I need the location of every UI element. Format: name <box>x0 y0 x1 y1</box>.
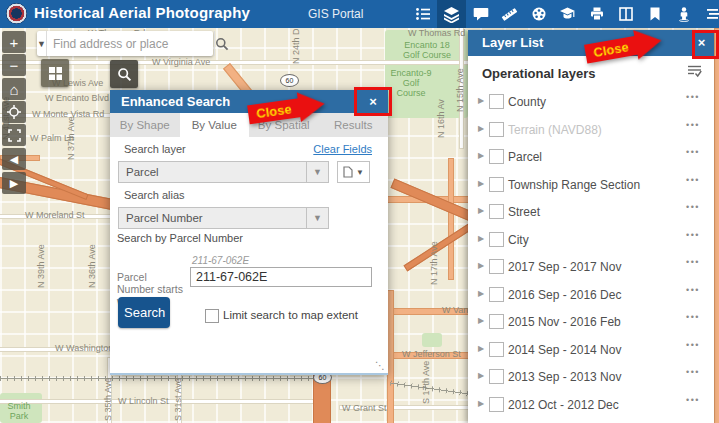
comment-icon[interactable] <box>466 0 495 28</box>
legend-icon[interactable] <box>408 0 437 28</box>
map-label: W Moreland St <box>25 210 85 220</box>
arrow-left-icon: ◀ <box>10 153 18 166</box>
layer-menu-dots[interactable]: ••• <box>686 202 700 212</box>
education-icon[interactable] <box>553 0 582 28</box>
home-button[interactable]: ⌂ <box>2 78 26 100</box>
search-icon <box>215 37 229 51</box>
layer-menu-dots[interactable]: ••• <box>686 92 700 102</box>
search-alias-dropdown[interactable]: Parcel Number ▼ <box>118 207 329 229</box>
default-extent-button[interactable] <box>2 124 26 146</box>
map-label: W Jefferson St <box>402 349 461 359</box>
layer-menu-dots[interactable]: ••• <box>686 312 700 322</box>
layers-icon[interactable] <box>437 0 466 28</box>
minus-icon: − <box>10 57 19 74</box>
measure-icon[interactable] <box>495 0 524 28</box>
print-icon[interactable] <box>582 0 611 28</box>
layer-label: 2015 Nov - 2016 Feb <box>508 315 621 329</box>
draw-icon[interactable] <box>524 0 553 28</box>
layer-checkbox[interactable] <box>489 94 504 109</box>
railroad <box>0 376 328 381</box>
layer-checkbox[interactable] <box>489 122 504 137</box>
map-label: W Washington <box>55 343 113 353</box>
layer-checkbox[interactable] <box>489 369 504 384</box>
layer-checkbox[interactable] <box>489 177 504 192</box>
operational-layers-heading: Operational layers <box>482 66 595 81</box>
layer-label: 2017 Sep - 2017 Nov <box>508 260 621 274</box>
layer-menu-dots[interactable]: ••• <box>686 285 700 295</box>
expand-arrow-icon[interactable]: ▶ <box>478 261 484 270</box>
expand-arrow-icon[interactable]: ▶ <box>478 151 484 160</box>
tab-results[interactable]: Results <box>319 113 389 137</box>
tab-by-value[interactable]: By Value <box>180 113 250 137</box>
limit-extent-checkbox[interactable] <box>205 309 219 323</box>
layer-rows: ▶ County ••• ▶ Terrain (NAVD88) ••• ▶ Pa… <box>468 88 714 418</box>
basemap-grid-button[interactable] <box>41 59 69 87</box>
layer-row: ▶ 2014 Sep - 2014 Nov ••• <box>468 336 714 364</box>
parcel-number-input[interactable] <box>190 267 372 287</box>
expand-arrow-icon[interactable]: ▶ <box>478 124 484 133</box>
streetview-icon[interactable] <box>669 0 698 28</box>
layer-menu-dots[interactable]: ••• <box>686 120 700 130</box>
layer-label: Township Range Section <box>508 178 640 192</box>
layer-label: 2014 Sep - 2014 Nov <box>508 343 621 357</box>
map-label: W Van <box>442 305 468 315</box>
layer-checkbox[interactable] <box>489 204 504 219</box>
layer-checkbox[interactable] <box>489 259 504 274</box>
layer-checkbox[interactable] <box>489 342 504 357</box>
swipe-icon[interactable] <box>611 0 640 28</box>
geosearch-submit-button[interactable] <box>214 31 229 56</box>
layer-row: ▶ Street ••• <box>468 198 714 226</box>
expand-arrow-icon[interactable]: ▶ <box>478 96 484 105</box>
expand-arrow-icon[interactable]: ▶ <box>478 371 484 380</box>
expand-arrow-icon[interactable]: ▶ <box>478 289 484 298</box>
layer-checkbox[interactable] <box>489 232 504 247</box>
expand-arrow-icon[interactable]: ▶ <box>478 179 484 188</box>
layer-row: ▶ County ••• <box>468 88 714 116</box>
layer-menu-dots[interactable]: ••• <box>686 257 700 267</box>
locate-button[interactable] <box>2 101 26 123</box>
expand-arrow-icon[interactable]: ▶ <box>478 344 484 353</box>
layer-menu-dots[interactable]: ••• <box>686 175 700 185</box>
layer-file-button[interactable]: ▼ <box>337 161 370 183</box>
layer-menu-dots[interactable]: ••• <box>686 340 700 350</box>
expand-arrow-icon[interactable]: ▶ <box>478 206 484 215</box>
layer-checkbox[interactable] <box>489 314 504 329</box>
expand-arrow-icon[interactable]: ▶ <box>478 234 484 243</box>
map-label: N 39th Ave <box>36 244 46 288</box>
toggle-all-layers-icon[interactable] <box>687 64 702 82</box>
layer-checkbox[interactable] <box>489 287 504 302</box>
layer-row: ▶ 2017 Sep - 2017 Nov ••• <box>468 253 714 281</box>
layer-menu-dots[interactable]: ••• <box>686 395 700 405</box>
major-road <box>387 290 394 423</box>
zoom-out-button[interactable]: − <box>2 54 26 76</box>
expand-arrow-icon[interactable]: ▶ <box>478 316 484 325</box>
bookmark-icon[interactable] <box>640 0 669 28</box>
search-button[interactable]: Search <box>118 297 170 328</box>
enhanced-search-widget-button[interactable] <box>110 60 138 88</box>
zoom-in-button[interactable]: + <box>2 31 26 53</box>
geosearch-source-dropdown[interactable]: ▼ <box>37 31 47 56</box>
layer-label: Parcel <box>508 150 542 164</box>
enhanced-search-dialog: Enhanced Search × By Shape By Value By S… <box>110 90 388 375</box>
geosearch-input[interactable] <box>47 31 214 56</box>
resize-handle[interactable]: ⋱ <box>375 360 385 371</box>
clear-fields-link[interactable]: Clear Fields <box>313 143 372 155</box>
layer-label: 2013 Sep - 2013 Nov <box>508 370 621 384</box>
app-title: Historical Aerial Photography <box>34 4 250 21</box>
major-road <box>714 28 719 423</box>
layer-row: ▶ Township Range Section ••• <box>468 171 714 199</box>
next-extent-button[interactable]: ▶ <box>2 172 26 194</box>
layer-checkbox[interactable] <box>489 149 504 164</box>
tab-by-shape[interactable]: By Shape <box>110 113 180 137</box>
layer-menu-dots[interactable]: ••• <box>686 147 700 157</box>
document-icon <box>343 166 353 178</box>
more-widgets-icon[interactable] <box>698 0 719 28</box>
layer-checkbox[interactable] <box>489 397 504 412</box>
search-layer-dropdown[interactable]: Parcel ▼ <box>118 161 329 183</box>
expand-arrow-icon[interactable]: ▶ <box>478 399 484 408</box>
layer-menu-dots[interactable]: ••• <box>686 367 700 377</box>
layer-menu-dots[interactable]: ••• <box>686 230 700 240</box>
previous-extent-button[interactable]: ◀ <box>2 148 26 170</box>
map-label: Encanto 18 Golf Course <box>396 40 458 60</box>
chevron-down-icon: ▼ <box>306 208 328 228</box>
